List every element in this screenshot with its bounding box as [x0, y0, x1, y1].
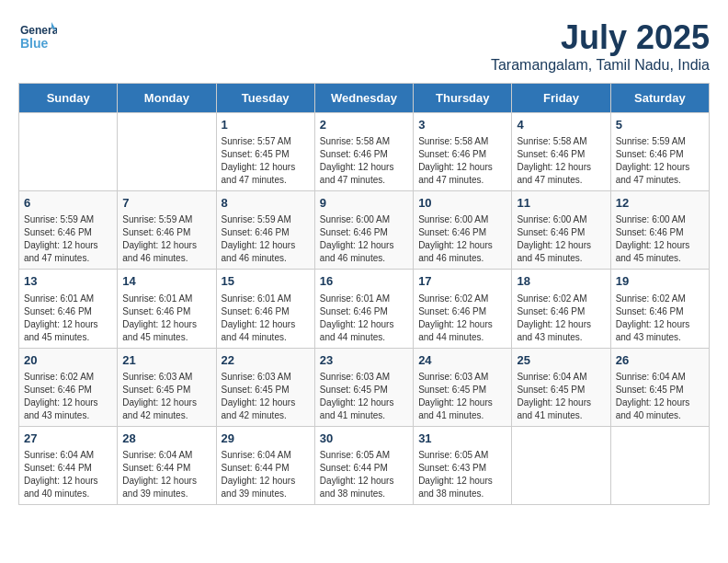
calendar-cell: 5Sunrise: 5:59 AMSunset: 6:46 PMDaylight… — [610, 113, 709, 191]
calendar-cell: 27Sunrise: 6:04 AMSunset: 6:44 PMDayligh… — [19, 426, 118, 504]
day-number: 27 — [24, 431, 112, 447]
day-number: 3 — [418, 117, 506, 133]
day-info: Sunrise: 6:03 AMSunset: 6:45 PMDaylight:… — [418, 371, 506, 422]
day-number: 1 — [222, 117, 310, 133]
day-info: Sunrise: 5:59 AMSunset: 6:46 PMDaylight:… — [24, 213, 112, 265]
day-number: 17 — [418, 273, 506, 290]
calendar-week-row: 1Sunrise: 5:57 AMSunset: 6:45 PMDaylight… — [19, 113, 710, 191]
calendar-cell — [118, 113, 216, 191]
day-number: 9 — [320, 195, 408, 212]
day-info: Sunrise: 5:58 AMSunset: 6:46 PMDaylight:… — [517, 135, 605, 187]
day-number: 29 — [222, 431, 310, 447]
day-number: 23 — [320, 352, 408, 369]
day-info: Sunrise: 6:02 AMSunset: 6:46 PMDaylight:… — [616, 293, 704, 344]
calendar-cell: 23Sunrise: 6:03 AMSunset: 6:45 PMDayligh… — [314, 348, 413, 426]
calendar-cell: 13Sunrise: 6:01 AMSunset: 6:46 PMDayligh… — [19, 270, 118, 348]
day-number: 11 — [517, 195, 605, 212]
day-info: Sunrise: 6:00 AMSunset: 6:46 PMDaylight:… — [616, 213, 704, 265]
calendar-week-row: 6Sunrise: 5:59 AMSunset: 6:46 PMDaylight… — [19, 191, 710, 270]
weekday-header-row: SundayMondayTuesdayWednesdayThursdayFrid… — [19, 84, 710, 113]
calendar-cell: 28Sunrise: 6:04 AMSunset: 6:44 PMDayligh… — [118, 426, 216, 504]
day-number: 4 — [517, 117, 605, 133]
calendar-cell: 24Sunrise: 6:03 AMSunset: 6:45 PMDayligh… — [414, 348, 512, 426]
weekday-header-friday: Friday — [512, 84, 610, 113]
calendar-cell — [19, 113, 118, 191]
day-number: 10 — [418, 195, 506, 212]
svg-text:Blue: Blue — [20, 36, 49, 51]
day-info: Sunrise: 6:01 AMSunset: 6:46 PMDaylight:… — [122, 293, 210, 344]
calendar-cell: 11Sunrise: 6:00 AMSunset: 6:46 PMDayligh… — [512, 191, 610, 270]
day-number: 2 — [320, 117, 408, 133]
day-info: Sunrise: 5:57 AMSunset: 6:45 PMDaylight:… — [222, 135, 310, 187]
day-info: Sunrise: 6:00 AMSunset: 6:46 PMDaylight:… — [320, 213, 408, 265]
weekday-header-monday: Monday — [118, 84, 216, 113]
weekday-header-wednesday: Wednesday — [314, 84, 413, 113]
day-number: 22 — [222, 352, 310, 369]
day-info: Sunrise: 6:02 AMSunset: 6:46 PMDaylight:… — [24, 371, 112, 422]
day-info: Sunrise: 6:04 AMSunset: 6:45 PMDaylight:… — [517, 371, 605, 422]
day-info: Sunrise: 6:04 AMSunset: 6:44 PMDaylight:… — [24, 449, 112, 500]
calendar-cell: 30Sunrise: 6:05 AMSunset: 6:44 PMDayligh… — [314, 426, 413, 504]
day-info: Sunrise: 6:00 AMSunset: 6:46 PMDaylight:… — [517, 213, 605, 265]
calendar-cell: 18Sunrise: 6:02 AMSunset: 6:46 PMDayligh… — [512, 270, 610, 348]
header: General Blue July 2025 Taramangalam, Tam… — [18, 18, 710, 74]
day-number: 8 — [222, 195, 310, 212]
weekday-header-tuesday: Tuesday — [216, 84, 314, 113]
calendar-cell: 17Sunrise: 6:02 AMSunset: 6:46 PMDayligh… — [414, 270, 512, 348]
day-info: Sunrise: 6:02 AMSunset: 6:46 PMDaylight:… — [517, 293, 605, 344]
calendar-cell: 10Sunrise: 6:00 AMSunset: 6:46 PMDayligh… — [414, 191, 512, 270]
day-number: 30 — [320, 431, 408, 447]
day-number: 6 — [24, 195, 112, 212]
calendar-cell: 25Sunrise: 6:04 AMSunset: 6:45 PMDayligh… — [512, 348, 610, 426]
weekday-header-thursday: Thursday — [414, 84, 512, 113]
calendar-cell: 16Sunrise: 6:01 AMSunset: 6:46 PMDayligh… — [314, 270, 413, 348]
day-info: Sunrise: 6:03 AMSunset: 6:45 PMDaylight:… — [122, 371, 210, 422]
calendar-cell: 21Sunrise: 6:03 AMSunset: 6:45 PMDayligh… — [118, 348, 216, 426]
day-info: Sunrise: 6:04 AMSunset: 6:45 PMDaylight:… — [616, 371, 704, 422]
calendar-cell: 19Sunrise: 6:02 AMSunset: 6:46 PMDayligh… — [610, 270, 709, 348]
calendar-cell — [610, 426, 709, 504]
calendar-cell: 4Sunrise: 5:58 AMSunset: 6:46 PMDaylight… — [512, 113, 610, 191]
day-number: 19 — [616, 273, 704, 290]
calendar-cell: 2Sunrise: 5:58 AMSunset: 6:46 PMDaylight… — [314, 113, 413, 191]
day-info: Sunrise: 6:04 AMSunset: 6:44 PMDaylight:… — [222, 449, 310, 500]
calendar-cell: 6Sunrise: 5:59 AMSunset: 6:46 PMDaylight… — [19, 191, 118, 270]
calendar-week-row: 27Sunrise: 6:04 AMSunset: 6:44 PMDayligh… — [19, 426, 710, 504]
calendar-cell: 8Sunrise: 5:59 AMSunset: 6:46 PMDaylight… — [216, 191, 314, 270]
day-info: Sunrise: 6:01 AMSunset: 6:46 PMDaylight:… — [320, 293, 408, 344]
day-number: 16 — [320, 273, 408, 290]
calendar-cell: 1Sunrise: 5:57 AMSunset: 6:45 PMDaylight… — [216, 113, 314, 191]
calendar-cell: 22Sunrise: 6:03 AMSunset: 6:45 PMDayligh… — [216, 348, 314, 426]
logo: General Blue — [18, 18, 57, 57]
weekday-header-sunday: Sunday — [19, 84, 118, 113]
day-info: Sunrise: 6:01 AMSunset: 6:46 PMDaylight:… — [222, 293, 310, 344]
day-number: 14 — [122, 273, 210, 290]
calendar: SundayMondayTuesdayWednesdayThursdayFrid… — [18, 83, 710, 505]
weekday-header-saturday: Saturday — [610, 84, 709, 113]
calendar-week-row: 13Sunrise: 6:01 AMSunset: 6:46 PMDayligh… — [19, 270, 710, 348]
day-info: Sunrise: 5:58 AMSunset: 6:46 PMDaylight:… — [418, 135, 506, 187]
calendar-cell: 14Sunrise: 6:01 AMSunset: 6:46 PMDayligh… — [118, 270, 216, 348]
day-number: 21 — [122, 352, 210, 369]
day-info: Sunrise: 6:05 AMSunset: 6:43 PMDaylight:… — [418, 449, 506, 500]
day-info: Sunrise: 6:04 AMSunset: 6:44 PMDaylight:… — [122, 449, 210, 500]
day-number: 7 — [122, 195, 210, 212]
day-number: 20 — [24, 352, 112, 369]
calendar-cell: 7Sunrise: 5:59 AMSunset: 6:46 PMDaylight… — [118, 191, 216, 270]
calendar-cell: 29Sunrise: 6:04 AMSunset: 6:44 PMDayligh… — [216, 426, 314, 504]
calendar-cell: 9Sunrise: 6:00 AMSunset: 6:46 PMDaylight… — [314, 191, 413, 270]
day-info: Sunrise: 5:59 AMSunset: 6:46 PMDaylight:… — [222, 213, 310, 265]
day-number: 24 — [418, 352, 506, 369]
day-info: Sunrise: 5:58 AMSunset: 6:46 PMDaylight:… — [320, 135, 408, 187]
logo-svg: General Blue — [18, 18, 57, 57]
day-info: Sunrise: 6:03 AMSunset: 6:45 PMDaylight:… — [222, 371, 310, 422]
calendar-cell: 26Sunrise: 6:04 AMSunset: 6:45 PMDayligh… — [610, 348, 709, 426]
day-info: Sunrise: 6:05 AMSunset: 6:44 PMDaylight:… — [320, 449, 408, 500]
day-number: 12 — [616, 195, 704, 212]
calendar-cell: 31Sunrise: 6:05 AMSunset: 6:43 PMDayligh… — [414, 426, 512, 504]
calendar-cell: 3Sunrise: 5:58 AMSunset: 6:46 PMDaylight… — [414, 113, 512, 191]
main-title: July 2025 — [491, 18, 710, 57]
day-number: 15 — [222, 273, 310, 290]
day-number: 18 — [517, 273, 605, 290]
day-number: 13 — [24, 273, 112, 290]
